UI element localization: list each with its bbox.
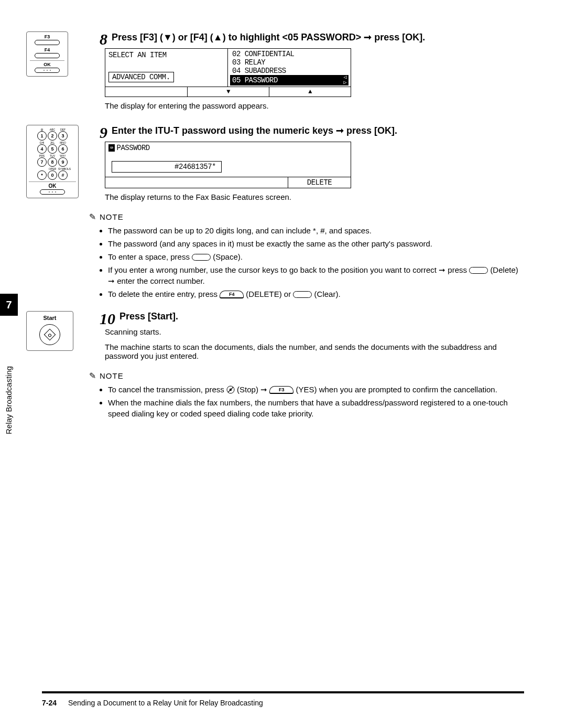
step-10-heading: 10 Press [Start]. [100, 311, 524, 322]
step-9-heading: 9 Enter the ITU-T password using the num… [100, 125, 524, 136]
step-10-caption1: Scanning starts. [105, 327, 524, 336]
stop-icon [226, 386, 235, 394]
delete-key-icon [469, 267, 488, 274]
step-10-notes: To cancel the transmission, press (Stop)… [96, 384, 524, 419]
step-10: Start 10 Press [Start]. Scanning starts.… [26, 311, 524, 421]
numeric-keypad-illustration: @1ABC2DEF3 GHI4JKL5MNO6 PRS7TUV8WXY9 *OP… [26, 125, 79, 198]
note-header-2: ✎ NOTE [89, 371, 524, 381]
step-8-heading: 8 Press [F3] (▼) or [F4] (▲) to highligh… [100, 31, 524, 43]
pencil-icon: ✎ [89, 212, 96, 222]
step-9: @1ABC2DEF3 GHI4JKL5MNO6 PRS7TUV8WXY9 *OP… [26, 125, 524, 302]
page-number: 7-24 [42, 699, 57, 707]
page-footer: 7-24 Sending a Document to a Relay Unit … [42, 691, 524, 707]
svg-line-2 [228, 387, 233, 392]
step-10-caption2: The machine starts to scan the documents… [105, 342, 524, 360]
f3-f4-ok-buttons-illustration: F3 F4 OK [26, 31, 68, 77]
lcd-password-entry: ⌨PASSWORD #24681357* DELETE [105, 142, 351, 188]
step-8-caption: The display for entering the password ap… [105, 101, 524, 110]
page-content: F3 F4 OK 8 Press [F3] (▼) or [F4] (▲) to… [0, 0, 566, 446]
start-button-illustration: Start [26, 311, 73, 351]
lcd-select-item: SELECT AN ITEM ADVANCED COMM. 02 CONFIDE… [105, 48, 351, 97]
pencil-icon: ✎ [89, 371, 96, 381]
space-key-icon [192, 254, 211, 261]
f3-key-icon: F3 [269, 386, 293, 394]
step-9-notes: The password can be up to 20 digits long… [96, 225, 524, 299]
f4-key-icon: F4 [220, 291, 244, 298]
note-header: ✎ NOTE [89, 212, 524, 222]
step-8: F3 F4 OK 8 Press [F3] (▼) or [F4] (▲) to… [26, 31, 524, 121]
clear-key-icon [293, 291, 312, 298]
keyboard-icon: ⌨ [108, 144, 115, 152]
footer-text: Sending a Document to a Relay Unit for R… [68, 699, 263, 707]
step-9-caption: The display returns to the Fax Basic Fea… [105, 192, 524, 201]
